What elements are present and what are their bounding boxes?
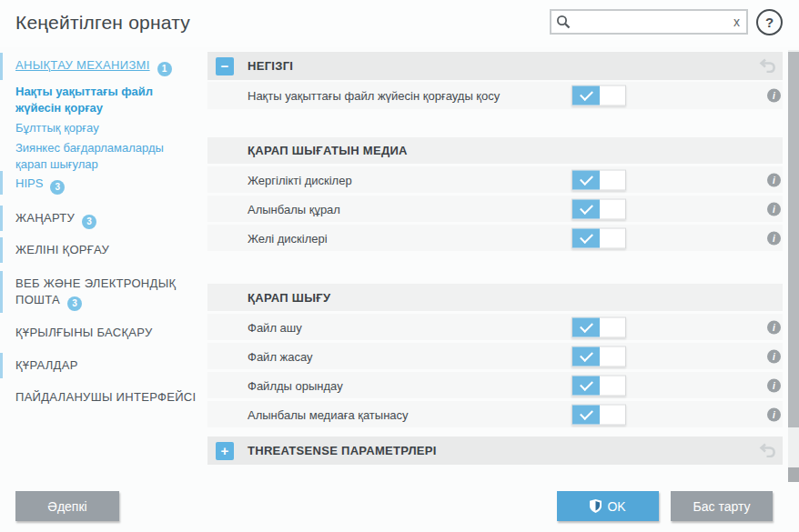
sidebar-item-update[interactable]: ЖАҢАРТУ3 — [15, 210, 197, 229]
info-icon[interactable]: i — [767, 202, 781, 216]
setting-label: Файл жасау — [248, 349, 313, 363]
sidebar-item-label: Бұлттық қорғау — [15, 121, 99, 135]
scrollbar-down-button[interactable] — [788, 467, 799, 482]
toggle-check-icon — [572, 170, 600, 189]
setting-row: Файл ашу i — [207, 314, 783, 340]
sidebar-item-user-interface[interactable]: ПАЙДАЛАНУШЫ ИНТЕРФЕЙСІ — [15, 389, 197, 406]
search-icon — [556, 15, 571, 30]
setting-row: Нақты уақыттағы файл жүйесін қорғауды қо… — [207, 82, 783, 109]
toggle-check-icon — [572, 317, 600, 336]
sidebar-item-malware-scans[interactable]: Зиянкес бағдарламаларды қарап шығулар — [15, 140, 197, 173]
setting-label: Файл ашу — [248, 320, 302, 334]
reset-icon[interactable] — [759, 443, 779, 459]
section-header-threatsense: + THREATSENSE ПАРАМЕТРЛЕРІ — [207, 437, 783, 465]
default-button[interactable]: Әдепкі — [15, 491, 119, 521]
sidebar: АНЫҚТАУ МЕХАНИЗМІ1 Нақты уақыттағы файл … — [0, 50, 207, 485]
toggle-on-switch[interactable] — [571, 316, 626, 337]
sidebar-item-network-protection[interactable]: ЖЕЛІНІ ҚОРҒАУ — [15, 242, 197, 258]
changed-marker — [0, 271, 3, 313]
toggle-on-switch[interactable] — [571, 198, 626, 219]
cancel-button-label: Бас тарту — [693, 499, 751, 514]
ok-button[interactable]: OK — [557, 491, 659, 521]
toggle-check-icon — [572, 376, 600, 395]
setting-row: Алынбалы құрал i — [207, 196, 783, 222]
info-icon[interactable]: i — [767, 231, 781, 245]
count-badge: 3 — [50, 180, 65, 195]
subsection-title: ҚАРАП ШЫҒУ — [248, 291, 330, 305]
search-clear-icon[interactable]: x — [733, 15, 740, 28]
sidebar-item-tools[interactable]: ҚҰРАЛДАР — [15, 357, 197, 374]
sidebar-item-label: ҚҰРАЛДАР — [15, 358, 78, 372]
info-icon[interactable]: i — [767, 378, 781, 392]
count-badge: 3 — [67, 296, 82, 311]
setting-row: Файл жасау i — [207, 343, 783, 369]
changed-marker — [0, 206, 3, 231]
help-icon[interactable]: ? — [756, 9, 783, 35]
search-input[interactable] — [571, 13, 733, 31]
toggle-on-switch[interactable] — [571, 85, 626, 106]
setting-label: Желі дискілері — [248, 231, 328, 245]
reset-icon[interactable] — [759, 58, 779, 75]
setting-row: Файлды орындау i — [207, 372, 783, 398]
count-badge: 1 — [157, 62, 172, 76]
sidebar-item-device-control[interactable]: ҚҰРЫЛҒЫНЫ БАСҚАРУ — [15, 325, 197, 341]
settings-panel: − НЕГІЗГІ Нақты уақыттағы файл жүйесін қ… — [207, 50, 783, 482]
toggle-check-icon — [572, 346, 600, 366]
changed-marker — [0, 353, 3, 378]
toggle-on-switch[interactable] — [571, 227, 626, 248]
info-icon[interactable]: i — [767, 349, 781, 363]
search-box[interactable]: x — [550, 9, 748, 35]
collapse-icon[interactable]: − — [216, 57, 234, 75]
setting-row: Желі дискілері i — [207, 225, 783, 251]
section-title: THREATSENSE ПАРАМЕТРЛЕРІ — [248, 444, 437, 457]
sidebar-item-label: HIPS — [15, 176, 43, 190]
setting-label: Файлды орындау — [248, 378, 343, 392]
titlebar: Кеңейтілген орнату x ? — [0, 0, 799, 47]
toggle-check-icon — [572, 405, 600, 424]
sidebar-item-label: Зиянкес бағдарламаларды қарап шығулар — [15, 141, 164, 171]
info-icon[interactable]: i — [767, 320, 781, 334]
expand-icon[interactable]: + — [216, 442, 234, 460]
sidebar-item-label: АНЫҚТАУ МЕХАНИЗМІ — [15, 58, 150, 72]
toggle-on-switch[interactable] — [571, 346, 626, 366]
ok-button-label: OK — [607, 499, 625, 514]
advanced-setup-window: Кеңейтілген орнату x ? АНЫҚТАУ МЕХАНИЗМІ… — [0, 0, 799, 532]
setting-row: Алынбалы медиаға қатынасу i — [207, 401, 783, 427]
info-icon[interactable]: i — [767, 173, 781, 186]
count-badge: 3 — [82, 215, 96, 229]
sidebar-item-label: ЖЕЛІНІ ҚОРҒАУ — [15, 243, 109, 256]
info-icon[interactable]: i — [767, 407, 781, 421]
subsection-header-scan-on: ҚАРАП ШЫҒУ — [207, 284, 783, 311]
info-icon[interactable]: i — [767, 89, 781, 103]
sidebar-item-label: ВЕБ ЖӘНЕ ЭЛЕКТРОНДЫҚ ПОШТА — [15, 276, 176, 306]
page-title: Кеңейтілген орнату — [15, 12, 190, 34]
setting-label: Нақты уақыттағы файл жүйесін қорғауды қо… — [248, 89, 500, 103]
scrollbar-thumb[interactable] — [788, 52, 799, 427]
changed-marker — [0, 237, 3, 263]
cancel-button[interactable]: Бас тарту — [671, 491, 773, 521]
admin-shield-icon — [590, 499, 602, 513]
setting-label: Жергілікті дискілер — [248, 173, 352, 186]
sidebar-item-label: ЖАҢАРТУ — [15, 211, 75, 225]
setting-label: Алынбалы медиаға қатынасу — [248, 407, 409, 421]
section-title: НЕГІЗГІ — [248, 59, 293, 73]
sidebar-item-realtime-protection[interactable]: Нақты уақыттағы файл жүйесін қорғау — [15, 84, 197, 116]
sidebar-item-label: ПАЙДАЛАНУШЫ ИНТЕРФЕЙСІ — [15, 390, 196, 404]
sidebar-item-label: Нақты уақыттағы файл жүйесін қорғау — [15, 85, 153, 115]
subsection-header-media: ҚАРАП ШЫҒАТЫН МЕДИА — [207, 137, 783, 164]
scrollbar-track[interactable] — [788, 50, 799, 482]
toggle-check-icon — [572, 86, 600, 105]
toggle-on-switch[interactable] — [571, 404, 626, 425]
toggle-on-switch[interactable] — [571, 169, 626, 190]
sidebar-item-web-email[interactable]: ВЕБ ЖӘНЕ ЭЛЕКТРОНДЫҚ ПОШТА3 — [15, 276, 197, 311]
subsection-title: ҚАРАП ШЫҒАТЫН МЕДИА — [248, 144, 408, 157]
sidebar-item-hips[interactable]: HIPS3 — [15, 176, 197, 195]
toggle-check-icon — [572, 228, 600, 247]
toggle-on-switch[interactable] — [571, 375, 626, 396]
sidebar-item-cloud-protection[interactable]: Бұлттық қорғау — [15, 120, 197, 136]
setting-label: Алынбалы құрал — [248, 202, 340, 216]
toggle-check-icon — [572, 199, 600, 218]
changed-marker — [0, 171, 3, 195]
sidebar-item-label: ҚҰРЫЛҒЫНЫ БАСҚАРУ — [15, 326, 153, 339]
sidebar-item-detection-engine[interactable]: АНЫҚТАУ МЕХАНИЗМІ1 — [15, 57, 197, 76]
